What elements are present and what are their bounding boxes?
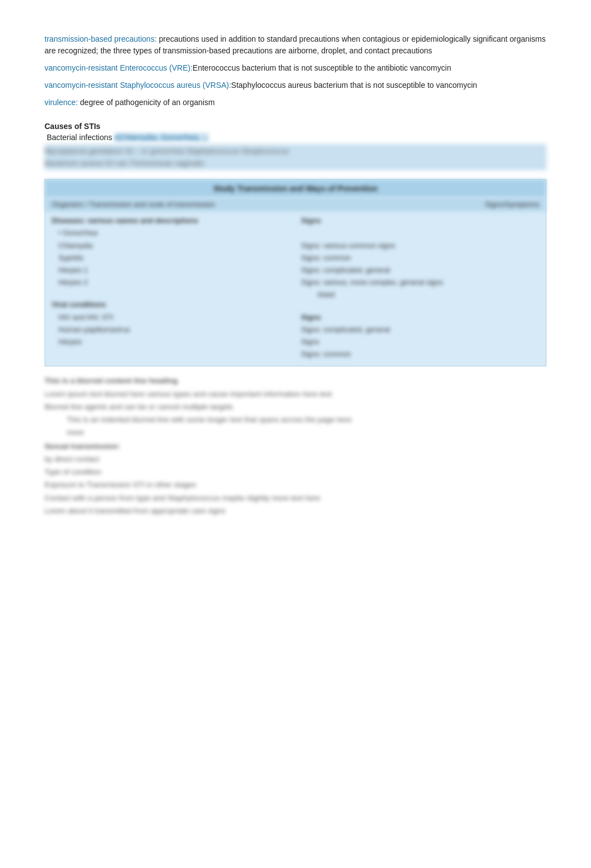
table-col-1: Diseases: various names and descriptions… [52, 216, 290, 361]
table-subtitle-left: Organism / Transmission and route of tra… [52, 200, 215, 209]
glossary-entry-vrsa: vancomycin-resistant Staphylococcus aure… [45, 80, 546, 91]
table-cell: Signs: common [301, 349, 539, 359]
bottom-line-9: Exposure to Transmission STI in other st… [45, 479, 546, 490]
table-cell: HIV and HIV, STI [52, 313, 290, 323]
table-col-2: Signs Signs: various common signs Signs:… [301, 216, 539, 361]
blurred-line-2: Bacterium aureus GI can Trichomonas vagi… [45, 157, 546, 170]
table-cell: Signs [301, 313, 539, 323]
bottom-line-2: Lorem ipsum text blurred here various ty… [45, 389, 546, 400]
table-cell: Signs: various common signs [301, 241, 539, 251]
bottom-line-3: Blurred line agents and can be or cannot… [45, 401, 546, 413]
bacterial-infections-line: Bacterial infections ▪(Chlamydia, Gonorr… [45, 133, 546, 142]
glossary-entry-transmission: transmission-based precautions: precauti… [45, 33, 546, 57]
def-vre: Enterococcus bacterium that is not susce… [193, 63, 451, 72]
table-cell: Signs [301, 216, 539, 226]
glossary-section: transmission-based precautions: precauti… [45, 33, 546, 108]
term-vrsa: vancomycin-resistant Staphylococcus aure… [45, 81, 231, 90]
table-cell: Signs: complicated, general [301, 265, 539, 275]
table-subtitle-right: Signs/Symptoms [485, 200, 539, 209]
table-cell: Diseases: various names and descriptions [52, 216, 290, 226]
table-cell: Herpes 1 [52, 265, 290, 275]
bottom-section: This is a blurred content line heading L… [45, 375, 546, 517]
term-vre: vancomycin-resistant Enterococcus (VRE): [45, 63, 193, 72]
bottom-line-4: This is an indented blurred line with so… [45, 414, 546, 425]
table-cell: • Gonorrhea [52, 228, 290, 238]
table-cell: Herpes [52, 337, 290, 347]
bacterial-infections-text: Bacterial infections ▪(Chlamydia, Gonorr… [47, 133, 209, 142]
table-cell: listed [301, 290, 539, 300]
blurred-bullet-lines: Mycoplasma genitalium GI – or gonorrhea … [45, 144, 546, 170]
sti-table: Study Transmission and Ways of Preventio… [45, 179, 546, 366]
glossary-entry-virulence: virulence: degree of pathogenicity of an… [45, 97, 546, 108]
bottom-line-5: more [45, 427, 546, 438]
table-title: Study Transmission and Ways of Preventio… [45, 180, 546, 197]
def-vrsa: Staphylococcus aureus bacterium that is … [231, 81, 477, 90]
table-cell: Viral conditions [52, 300, 290, 310]
table-cell: Signs: common [301, 253, 539, 263]
bottom-line-7: by direct contact [45, 454, 546, 465]
table-cell: Signs [301, 337, 539, 347]
term-transmission-based: transmission-based precautions: [45, 34, 157, 43]
blurred-line-1: Mycoplasma genitalium GI – or gonorrhea … [45, 145, 546, 157]
term-virulence: virulence: [45, 98, 78, 107]
bottom-line-8: Type of condition [45, 467, 546, 478]
causes-section: Causes of STIs Bacterial infections ▪(Ch… [45, 122, 546, 170]
table-cell: Herpes 2 [52, 277, 290, 287]
table-cell [301, 228, 539, 238]
table-subtitle-row: Organism / Transmission and route of tra… [45, 197, 546, 211]
table-cell: Signs: complicated, general [301, 325, 539, 335]
bottom-line-1: This is a blurred content line heading [45, 375, 546, 386]
causes-heading: Causes of STIs [45, 122, 546, 131]
bottom-line-6: Sexual transmission: [45, 441, 546, 452]
bottom-line-11: Lorem about it transmitted from appropri… [45, 505, 546, 517]
table-body: Diseases: various names and descriptions… [45, 211, 546, 366]
table-cell: Signs: various, more complex, general si… [301, 277, 539, 287]
table-cell: Syphilis [52, 253, 290, 263]
glossary-entry-vre: vancomycin-resistant Enterococcus (VRE):… [45, 62, 546, 74]
table-cell: Chlamydia [52, 241, 290, 251]
def-virulence: degree of pathogenicity of an organism [78, 98, 215, 107]
bottom-line-10: Contact with a person from type and Stap… [45, 493, 546, 504]
table-cell: Human papillomavirus [52, 325, 290, 335]
